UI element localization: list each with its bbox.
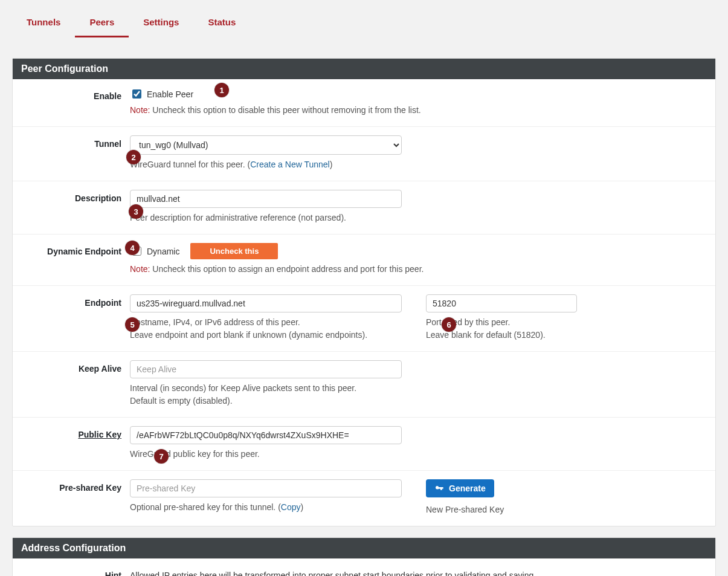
endpoint-host-input[interactable] — [130, 294, 402, 312]
endpoint-port-help-1: Port used by this peer. — [426, 317, 510, 327]
dynamic-cb-text: Dynamic — [147, 247, 179, 256]
dynamic-note-label: Note: — [130, 264, 150, 274]
description-help: Peer description for administrative refe… — [130, 212, 402, 224]
keepalive-input[interactable] — [130, 360, 402, 378]
hint-label: Hint — [21, 567, 130, 576]
annotation-marker: 3 — [129, 204, 143, 219]
tab-peers[interactable]: Peers — [75, 11, 129, 37]
peer-config-header: Peer Configuration — [13, 59, 715, 79]
tunnel-label: Tunnel — [21, 135, 130, 171]
endpoint-host-help-1: Hostname, IPv4, or IPv6 address of this … — [130, 317, 300, 327]
tab-bar: Tunnels Peers Settings Status — [12, 0, 716, 37]
uncheck-this-hint: Uncheck this — [190, 243, 278, 259]
annotation-marker: 5 — [125, 317, 140, 332]
keepalive-help-2: Default is empty (disabled). — [130, 396, 233, 406]
annotation-marker: 6 — [442, 317, 456, 332]
create-new-tunnel-link[interactable]: Create a New Tunnel — [250, 160, 330, 169]
psk-help-2: ) — [300, 502, 303, 512]
peer-config-panel: Peer Configuration Enable Enable Peer No… — [12, 58, 716, 526]
pubkey-label: Public Key — [21, 426, 130, 461]
enable-label: Enable — [21, 88, 130, 117]
keepalive-label: Keep Alive — [21, 360, 130, 407]
pubkey-help: WireGuard public key for this peer. — [130, 448, 402, 461]
dynamic-note-text: Uncheck this option to assign an endpoin… — [150, 264, 424, 274]
tab-tunnels[interactable]: Tunnels — [12, 11, 75, 37]
tunnel-help-2: ) — [330, 160, 333, 169]
psk-copy-link[interactable]: Copy — [281, 502, 301, 512]
keepalive-help-1: Interval (in seconds) for Keep Alive pac… — [130, 383, 356, 393]
annotation-marker: 4 — [125, 241, 140, 255]
description-label: Description — [21, 190, 130, 224]
endpoint-port-help-2: Leave blank for default (51820). — [426, 330, 546, 340]
tab-status[interactable]: Status — [193, 11, 250, 37]
address-config-panel: Address Configuration Hint Allowed IP en… — [12, 537, 716, 576]
enable-note-text: Uncheck this option to disable this peer… — [150, 105, 420, 115]
hint-text: Allowed IP entries here will be transfor… — [130, 571, 707, 576]
endpoint-port-input[interactable] — [426, 294, 577, 312]
psk-input[interactable] — [130, 479, 402, 497]
tunnel-help-1: WireGuard tunnel for this peer. ( — [130, 160, 250, 169]
psk-btn-help: New Pre-shared Key — [426, 503, 577, 516]
dynamic-endpoint-label: Dynamic Endpoint — [21, 243, 130, 276]
annotation-marker: 7 — [154, 449, 169, 464]
key-icon — [434, 484, 444, 493]
description-input[interactable] — [130, 190, 402, 208]
address-config-header: Address Configuration — [13, 538, 715, 558]
enable-peer-checkbox[interactable] — [132, 89, 141, 99]
tab-settings[interactable]: Settings — [129, 11, 193, 37]
annotation-marker: 2 — [126, 150, 141, 164]
endpoint-host-help-2: Leave endpoint and port blank if unknown… — [130, 330, 367, 340]
psk-help-1: Optional pre-shared key for this tunnel.… — [130, 502, 281, 512]
endpoint-label: Endpoint — [21, 294, 130, 341]
pubkey-input[interactable] — [130, 426, 402, 444]
annotation-marker: 1 — [214, 83, 229, 97]
enable-peer-text: Enable Peer — [147, 89, 193, 99]
psk-label: Pre-shared Key — [21, 479, 130, 516]
tunnel-select[interactable]: tun_wg0 (Mullvad) — [130, 135, 402, 155]
psk-generate-button[interactable]: Generate — [426, 479, 494, 497]
enable-note-label: Note: — [130, 105, 150, 115]
